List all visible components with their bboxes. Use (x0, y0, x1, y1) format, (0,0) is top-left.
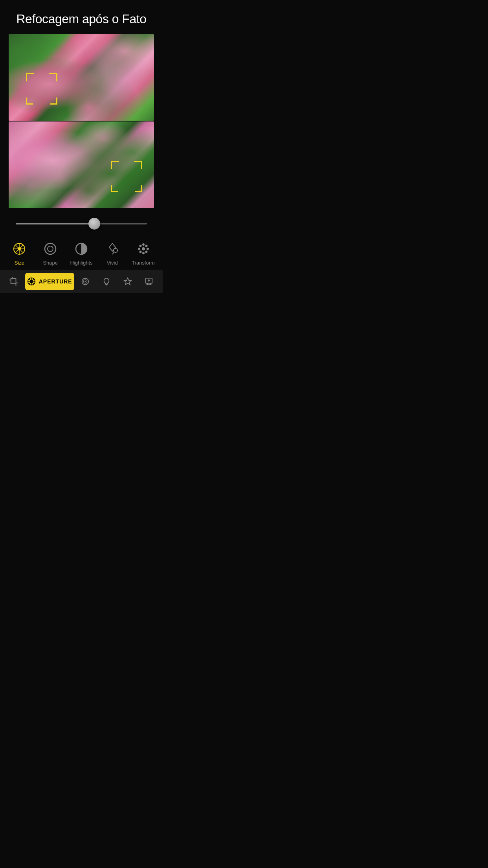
svg-point-34 (85, 281, 86, 282)
aperture-nav-icon (27, 277, 36, 286)
slider-track[interactable] (16, 223, 147, 224)
nav-lens[interactable] (76, 273, 95, 290)
svg-marker-9 (109, 243, 116, 251)
svg-point-15 (138, 248, 140, 250)
tool-size[interactable]: Size (7, 240, 31, 266)
svg-point-16 (147, 248, 149, 250)
svg-point-6 (45, 243, 56, 254)
slider-thumb[interactable] (88, 218, 100, 230)
shape-label: Shape (43, 260, 58, 266)
focus-bracket-top (26, 73, 57, 105)
nav-light[interactable] (97, 273, 116, 290)
size-icon (11, 240, 28, 257)
svg-point-18 (145, 251, 147, 253)
transform-label: Transform (132, 260, 155, 266)
tool-highlights[interactable]: Highlights (70, 240, 93, 266)
nav-aperture[interactable]: APERTURE (25, 273, 74, 290)
aperture-nav-label: APERTURE (39, 278, 72, 285)
svg-point-10 (114, 248, 117, 252)
nav-bar: APERTURE (0, 270, 163, 293)
tools-bar: Size Shape Highlights (0, 235, 163, 270)
photo-top[interactable] (9, 34, 154, 121)
nav-flag[interactable] (139, 273, 159, 290)
crop-icon (9, 277, 18, 286)
flag-icon (145, 277, 153, 286)
svg-point-20 (139, 251, 141, 253)
slider-section (0, 208, 163, 235)
highlights-label: Highlights (70, 260, 92, 266)
highlights-icon (73, 240, 90, 257)
svg-point-17 (139, 245, 141, 247)
transform-icon (135, 240, 152, 257)
tool-vivid[interactable]: Vivid (101, 240, 124, 266)
photo-bottom[interactable] (9, 121, 154, 208)
svg-point-12 (142, 247, 145, 250)
shape-icon (42, 240, 59, 257)
svg-point-31 (30, 280, 32, 283)
svg-point-14 (142, 252, 145, 254)
light-icon (102, 277, 111, 286)
size-label: Size (15, 260, 24, 266)
vivid-icon (104, 240, 121, 257)
svg-rect-21 (11, 279, 16, 284)
image-container (0, 34, 163, 208)
svg-marker-37 (124, 278, 131, 285)
pin-icon (123, 277, 132, 286)
page-title: Refocagem após o Fato (0, 0, 163, 34)
slider-fill (16, 223, 94, 224)
nav-crop[interactable] (4, 273, 24, 290)
svg-line-11 (112, 252, 114, 254)
svg-point-19 (145, 245, 147, 247)
tool-shape[interactable]: Shape (39, 240, 62, 266)
svg-point-13 (142, 243, 145, 246)
tool-transform[interactable]: Transform (132, 240, 155, 266)
focus-bracket-bottom (111, 161, 142, 192)
nav-pin[interactable] (118, 273, 138, 290)
vivid-label: Vivid (107, 260, 118, 266)
lens-icon (81, 277, 90, 286)
svg-point-7 (48, 246, 53, 252)
